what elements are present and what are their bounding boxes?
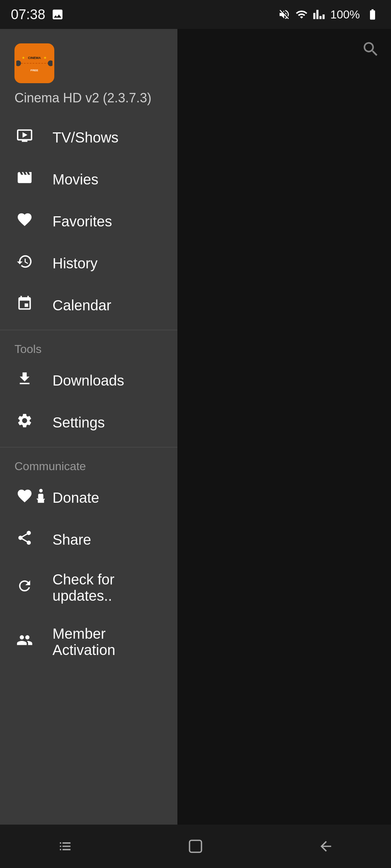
refresh-icon	[14, 578, 34, 598]
sidebar-item-share[interactable]: Share	[0, 519, 177, 561]
svg-rect-8	[190, 841, 202, 852]
donate-label: Donate	[52, 490, 99, 506]
sidebar-item-donate[interactable]: Donate	[0, 477, 177, 519]
member-activation-label: Member Activation	[52, 626, 163, 658]
sidebar-item-settings[interactable]: Settings	[0, 401, 177, 443]
sidebar-item-calendar[interactable]: Calendar	[0, 284, 177, 326]
movies-label: Movies	[52, 171, 98, 188]
battery-display: 100%	[330, 8, 360, 21]
history-label: History	[52, 255, 97, 272]
image-icon	[51, 8, 64, 21]
recent-apps-button[interactable]	[43, 832, 87, 861]
status-time-area: 07:38	[11, 7, 64, 22]
calendar-icon	[14, 295, 34, 315]
sidebar-item-member-activation[interactable]: Member Activation	[0, 615, 177, 669]
signal-icon	[313, 8, 325, 21]
svg-text:CINEMA: CINEMA	[28, 56, 41, 60]
tools-section-header: Tools	[0, 334, 177, 359]
app-name-label: Cinema HD v2 (2.3.7.3)	[14, 90, 163, 106]
svg-text:★: ★	[43, 56, 47, 60]
svg-text:FREE: FREE	[30, 69, 38, 72]
sidebar-item-check-updates[interactable]: Check for updates..	[0, 561, 177, 615]
sidebar-item-favorites[interactable]: Favorites	[0, 200, 177, 242]
tv-icon	[14, 127, 34, 148]
sidebar-item-history[interactable]: History	[0, 242, 177, 284]
calendar-label: Calendar	[52, 297, 111, 314]
time-display: 07:38	[11, 7, 45, 22]
divider-tools	[0, 330, 177, 330]
share-icon	[14, 529, 34, 550]
download-icon	[14, 370, 34, 391]
app-header: CINEMA FREE ★ ★ Cinema HD v2 (2.3.7.3)	[0, 29, 177, 116]
main-container: CINEMA FREE ★ ★ Cinema HD v2 (2.3.7.3) T…	[0, 29, 391, 825]
logo-svg: CINEMA FREE ★ ★	[16, 45, 52, 81]
home-button[interactable]	[174, 832, 217, 861]
search-button[interactable]	[361, 40, 380, 63]
downloads-label: Downloads	[52, 373, 124, 389]
favorites-label: Favorites	[52, 213, 112, 230]
bottom-nav	[0, 825, 391, 868]
wifi-icon	[295, 8, 308, 21]
status-bar: 07:38 100%	[0, 0, 391, 29]
mute-icon	[278, 8, 290, 21]
donate-hand-icon	[33, 488, 50, 504]
heart-icon	[14, 211, 34, 231]
share-label: Share	[52, 532, 91, 548]
svg-text:★: ★	[22, 56, 25, 60]
battery-icon	[365, 8, 380, 21]
back-button[interactable]	[304, 832, 348, 861]
settings-icon	[14, 412, 34, 433]
settings-label: Settings	[52, 414, 105, 431]
status-icons: 100%	[278, 8, 380, 21]
movies-icon	[14, 169, 34, 190]
members-icon	[14, 632, 34, 652]
sidebar-item-downloads[interactable]: Downloads	[0, 359, 177, 401]
donate-icon	[14, 488, 34, 508]
sidebar-item-tv-shows[interactable]: TV/Shows	[0, 116, 177, 158]
divider-communicate	[0, 447, 177, 447]
app-logo: CINEMA FREE ★ ★	[14, 43, 54, 83]
history-icon	[14, 253, 34, 273]
check-updates-label: Check for updates..	[52, 571, 163, 604]
sidebar-item-movies[interactable]: Movies	[0, 158, 177, 200]
tv-shows-label: TV/Shows	[52, 129, 118, 146]
drawer: CINEMA FREE ★ ★ Cinema HD v2 (2.3.7.3) T…	[0, 29, 177, 825]
communicate-section-header: Communicate	[0, 451, 177, 477]
right-panel	[177, 29, 391, 825]
